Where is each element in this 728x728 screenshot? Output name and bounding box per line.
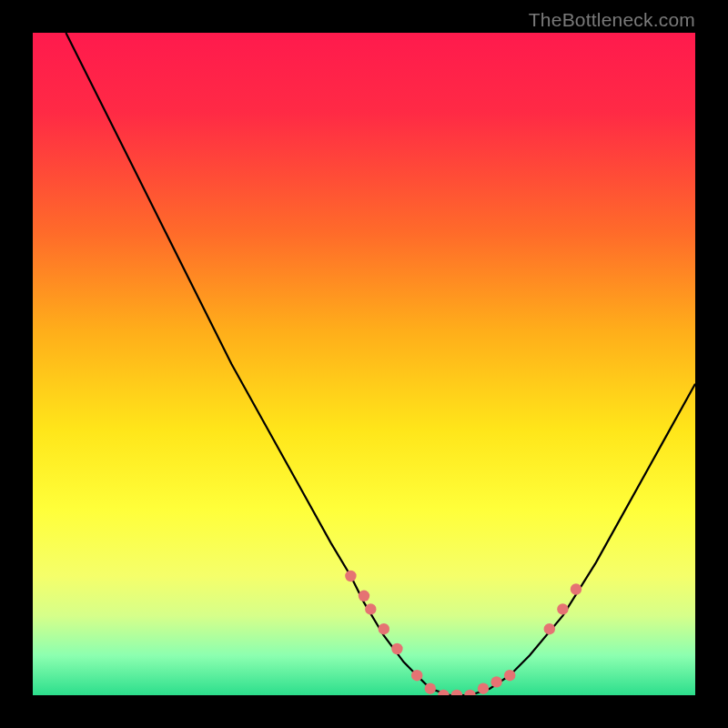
highlight-dot bbox=[411, 670, 422, 681]
highlight-dot bbox=[544, 623, 555, 634]
highlight-dot bbox=[571, 583, 581, 594]
highlight-dot bbox=[345, 571, 356, 581]
highlight-dot bbox=[391, 643, 402, 654]
watermark: TheBottleneck.com bbox=[529, 9, 695, 31]
bottleneck-chart bbox=[33, 33, 695, 695]
highlight-dot bbox=[490, 676, 501, 687]
highlight-dot bbox=[359, 591, 369, 602]
highlight-dot bbox=[478, 683, 489, 694]
highlight-dot bbox=[379, 623, 389, 634]
highlight-dot bbox=[504, 670, 515, 681]
highlight-dot bbox=[365, 603, 376, 614]
highlight-dot bbox=[557, 603, 568, 614]
highlight-dot bbox=[425, 683, 436, 694]
